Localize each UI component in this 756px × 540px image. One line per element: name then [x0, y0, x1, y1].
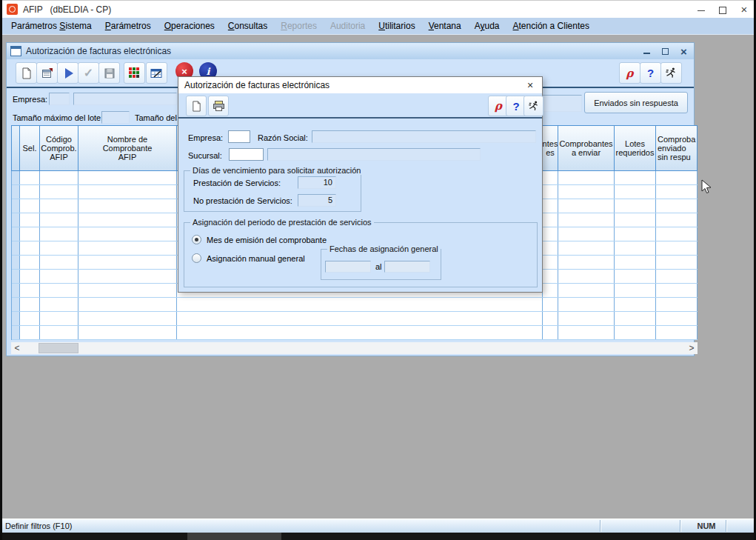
- child-close-icon[interactable]: ×: [680, 47, 688, 56]
- table-cell: [20, 284, 40, 297]
- column-header-8[interactable]: Comproba enviado sin respu: [656, 126, 698, 170]
- exit-button[interactable]: ρ: [619, 62, 640, 84]
- menu-item-par-metros[interactable]: Parámetros: [98, 18, 158, 34]
- razon-social-field[interactable]: [312, 130, 536, 143]
- column-header-1[interactable]: Sel.: [20, 126, 40, 170]
- column-header-3[interactable]: Nombre de Comprobante AFIP: [78, 126, 177, 170]
- scrollbar-thumb[interactable]: [39, 343, 78, 353]
- help-icon: ?: [647, 67, 654, 79]
- info-circle-icon: i: [207, 66, 210, 77]
- table-cell: [615, 171, 656, 184]
- empresa-name-field[interactable]: [73, 93, 177, 105]
- radio-asignacion-manual[interactable]: [192, 253, 201, 263]
- menu-item-atenci-n-a-clientes[interactable]: Atención a Clientes: [506, 18, 596, 34]
- execute-button[interactable]: [57, 62, 78, 84]
- save-button[interactable]: [98, 62, 120, 84]
- table-cell: [656, 199, 698, 213]
- table-cell: [177, 298, 543, 311]
- table-cell: [12, 298, 20, 311]
- dialog-run-exit-button[interactable]: [523, 96, 543, 116]
- table-cell: [78, 312, 177, 325]
- dialog-empresa-label: Empresa:: [188, 133, 223, 142]
- child-titlebar[interactable]: Autorización de facturas electrónicas ×: [7, 43, 694, 59]
- table-cell: [558, 326, 615, 339]
- child-minimize-icon[interactable]: [643, 47, 651, 56]
- sucursal-name-field[interactable]: [267, 148, 481, 161]
- menu-item-operaciones[interactable]: Operaciones: [158, 18, 221, 34]
- menubar: Parámetros SistemaParámetrosOperacionesC…: [0, 18, 756, 35]
- maximize-icon[interactable]: [718, 5, 727, 14]
- table-cell: [20, 326, 40, 339]
- new-document-icon: [191, 101, 202, 112]
- table-cell: [12, 312, 20, 325]
- table-row[interactable]: [12, 298, 698, 312]
- empresa-code-field[interactable]: [49, 93, 70, 105]
- grid-edit-button[interactable]: [146, 62, 167, 84]
- no-prestacion-value-field[interactable]: 5: [298, 194, 336, 207]
- edit-properties-button[interactable]: [36, 62, 58, 84]
- statusbar-separator: [680, 520, 680, 532]
- close-icon[interactable]: ×: [740, 5, 749, 14]
- num-lock-indicator: NUM: [689, 521, 723, 530]
- window-left-border: [0, 0, 2, 540]
- minimize-icon[interactable]: [697, 5, 706, 14]
- table-cell: [12, 199, 20, 213]
- rho-exit-icon: ρ: [626, 67, 634, 80]
- grid-edit-icon: [150, 67, 163, 79]
- dialog-title: Autorización de facturas electrónicas: [184, 80, 330, 90]
- menu-item-ventana[interactable]: Ventana: [422, 18, 468, 34]
- scroll-right-icon[interactable]: >: [686, 342, 698, 354]
- table-cell: [177, 326, 543, 339]
- dialog-toolbar: ρ ?: [178, 93, 542, 119]
- check-icon: ✓: [84, 66, 93, 80]
- table-cell: [78, 213, 177, 227]
- runner-icon: [665, 67, 678, 79]
- table-cell: [20, 298, 40, 311]
- table-cell: [20, 270, 40, 283]
- table-cell: [78, 185, 177, 199]
- fecha-hasta-field[interactable]: [384, 261, 430, 273]
- help-button[interactable]: ?: [640, 62, 661, 84]
- menu-item-ayuda[interactable]: Ayuda: [468, 18, 506, 34]
- scroll-left-icon[interactable]: <: [11, 342, 23, 354]
- dialog-empresa-field[interactable]: [228, 130, 250, 143]
- table-row[interactable]: [12, 326, 698, 340]
- column-header-6[interactable]: Comprobantes a enviar: [558, 126, 615, 170]
- dialog-new-button[interactable]: [186, 96, 207, 116]
- lots-status-button[interactable]: [124, 62, 145, 84]
- table-row[interactable]: [12, 312, 698, 326]
- fecha-desde-field[interactable]: [325, 261, 371, 273]
- column-header-5[interactable]: ntes es: [543, 126, 558, 170]
- dialog-print-button[interactable]: [208, 96, 229, 116]
- table-cell: [20, 312, 40, 325]
- menu-item-utilitarios[interactable]: Utilitarios: [372, 18, 421, 34]
- confirm-button[interactable]: ✓: [78, 62, 99, 84]
- table-cell: [558, 171, 615, 184]
- new-button[interactable]: [16, 62, 37, 84]
- column-header-7[interactable]: Lotes requeridos: [615, 126, 656, 170]
- column-header-0[interactable]: [12, 126, 20, 170]
- radio-mes-emision[interactable]: [192, 235, 201, 244]
- table-cell: [615, 298, 656, 311]
- table-cell: [558, 241, 615, 255]
- sucursal-field[interactable]: [229, 148, 264, 161]
- table-cell: [656, 270, 698, 283]
- dialog-titlebar[interactable]: Autorización de facturas electrónicas ×: [178, 77, 542, 93]
- table-cell: [12, 326, 20, 339]
- run-exit-button[interactable]: [660, 62, 682, 84]
- column-header-2[interactable]: Código Comprob. AFIP: [40, 126, 78, 170]
- statusbar-message: Definir filtros (F10): [5, 521, 72, 530]
- new-document-icon: [21, 67, 33, 79]
- tamano-maximo-field[interactable]: [101, 111, 130, 124]
- table-cell: [656, 213, 698, 227]
- dialog-close-icon[interactable]: ×: [524, 79, 536, 91]
- prestacion-value-field[interactable]: 10: [298, 176, 336, 189]
- child-restore-icon[interactable]: [661, 47, 669, 56]
- menu-item-par-metros-sistema[interactable]: Parámetros Sistema: [4, 18, 98, 34]
- child-window-icon: [10, 46, 21, 56]
- enviados-sin-respuesta-button[interactable]: Enviados sin respuesta: [584, 92, 688, 113]
- table-cell: [558, 199, 615, 213]
- table-cell: [20, 171, 40, 184]
- horizontal-scrollbar[interactable]: < >: [11, 342, 698, 354]
- menu-item-consultas[interactable]: Consultas: [221, 18, 274, 34]
